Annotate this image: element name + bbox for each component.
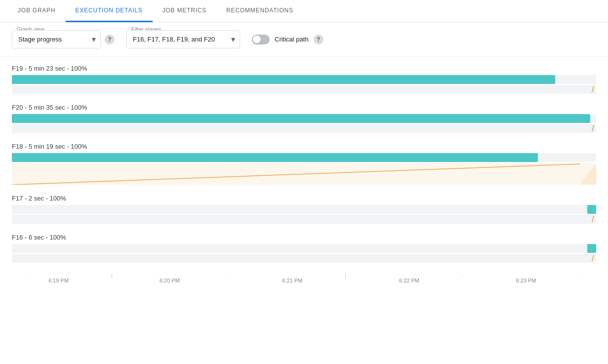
bar-secondary-f20: / (12, 124, 596, 133)
tab-execution-details[interactable]: EXECUTION DETAILS (66, 0, 153, 22)
critical-path-group: Critical path ? (252, 35, 324, 44)
tab-job-graph[interactable]: JOB GRAPH (8, 0, 66, 22)
bar-secondary-f19: / (12, 85, 596, 94)
critical-path-toggle[interactable] (252, 35, 270, 44)
stage-section-f19: F19 - 5 min 23 sec - 100% / (12, 57, 596, 94)
controls-row: Graph view Stage progress ▾ ? Filter sta… (0, 22, 608, 57)
bar-fill-f20 (12, 114, 590, 123)
graph-view-select[interactable]: Stage progress ▾ (12, 30, 101, 48)
graph-view-value[interactable]: Stage progress (12, 30, 101, 48)
stage-section-f18: F18 - 5 min 19 sec - 100% (12, 135, 596, 185)
svg-line-1 (12, 164, 580, 185)
bar-f18 (12, 153, 596, 162)
bar-secondary-f17: / (12, 215, 596, 224)
stage-section-f17: F17 - 2 sec - 100% / (12, 187, 596, 224)
bar-fill-f17 (587, 205, 596, 214)
stage-label-f19: F19 - 5 min 23 sec - 100% (12, 57, 596, 75)
filter-stages-value[interactable]: F16, F17, F18, F19, and F20 (126, 30, 240, 48)
stage-section-f20: F20 - 5 min 35 sec - 100% / (12, 96, 596, 133)
critical-path-help-icon[interactable]: ? (314, 35, 324, 44)
stage-label-f18: F18 - 5 min 19 sec - 100% (12, 135, 596, 153)
filter-stages-select[interactable]: F16, F17, F18, F19, and F20 ▾ (126, 30, 240, 48)
bar-secondary-f18 (12, 163, 596, 185)
tick-f16: / (592, 254, 594, 263)
tab-bar: JOB GRAPH EXECUTION DETAILS JOB METRICS … (0, 0, 608, 22)
bar-fill-f16 (587, 244, 596, 253)
stage-label-f17: F17 - 2 sec - 100% (12, 187, 596, 205)
stage-label-f20: F20 - 5 min 35 sec - 100% (12, 96, 596, 114)
stage-label-f16: F16 - 6 sec - 100% (12, 226, 596, 244)
time-label-621: 6:21 PM (282, 278, 302, 283)
chart-area: F19 - 5 min 23 sec - 100% / F20 - 5 min … (0, 57, 608, 291)
critical-path-label: Critical path (275, 36, 309, 43)
time-axis-inner: · | · | · · 6:19 PM 6:20 PM 6:21 PM 6:22… (12, 273, 596, 287)
tab-recommendations[interactable]: RECOMMENDATIONS (216, 0, 303, 22)
time-label-619: 6:19 PM (48, 278, 69, 283)
stage-section-f16: F16 - 6 sec - 100% / (12, 226, 596, 263)
bar-f20 (12, 114, 596, 123)
bar-secondary-f16: / (12, 254, 596, 263)
bar-f19 (12, 75, 596, 84)
time-axis: · | · | · · 6:19 PM 6:20 PM 6:21 PM 6:22… (12, 267, 596, 291)
graph-view-help-icon[interactable]: ? (105, 35, 115, 44)
time-label-620: 6:20 PM (160, 278, 180, 283)
diagonal-svg-f18 (12, 163, 596, 185)
bar-f17 (12, 205, 596, 214)
time-label-623: 6:23 PM (516, 278, 536, 283)
tick-f17: / (592, 215, 594, 224)
tick-f20: / (592, 124, 594, 133)
tick-f19: / (592, 85, 594, 94)
tab-job-metrics[interactable]: JOB METRICS (153, 0, 216, 22)
bar-fill-f19 (12, 75, 555, 84)
bar-f16 (12, 244, 596, 253)
time-label-622: 6:22 PM (399, 278, 419, 283)
bar-fill-f18 (12, 153, 538, 162)
